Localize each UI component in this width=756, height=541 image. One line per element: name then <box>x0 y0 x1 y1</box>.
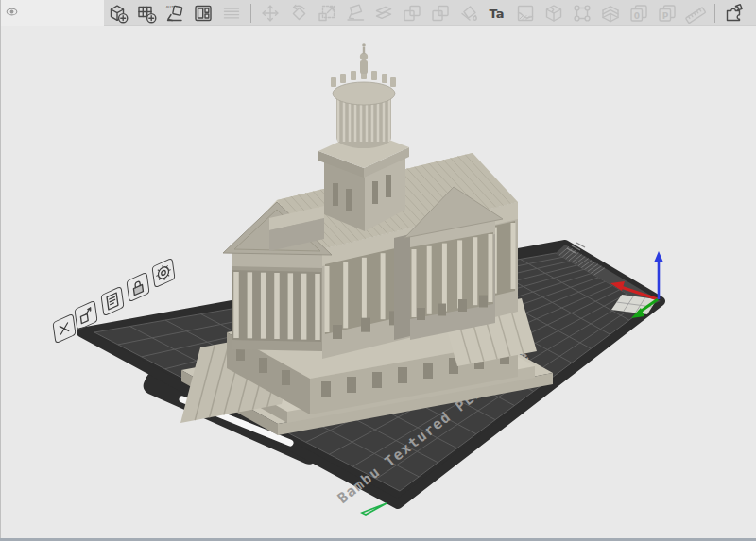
toolbar-text-button[interactable]: Ta <box>485 1 509 25</box>
toolbar-color-painting-button <box>456 1 481 25</box>
green-origin-marker <box>362 503 387 515</box>
toolbar-move-button <box>258 1 283 25</box>
split-to-parts-icon <box>429 2 452 25</box>
text-icon: Ta <box>486 2 508 25</box>
stack-0-icon: 0 <box>627 2 650 25</box>
toolbar-stack-p-button: P <box>655 1 679 25</box>
toolbar-arrange-button[interactable] <box>191 1 215 25</box>
color-painting-icon <box>457 2 480 25</box>
axis-z-arrowhead <box>654 251 663 262</box>
assembly-view-icon <box>723 2 746 25</box>
model-cupola-crown <box>333 82 395 105</box>
toolbar-auto-orient-button[interactable]: AUTO <box>163 1 187 25</box>
toolbar-scale-button <box>315 1 339 25</box>
toolbar-split-to-objects-button <box>400 1 424 25</box>
scale-icon <box>316 2 338 25</box>
support-painting-icon <box>514 2 537 25</box>
move-icon <box>259 2 282 25</box>
window-left-edge <box>0 0 1 541</box>
arrange-icon <box>192 2 215 25</box>
fix-model-icon <box>571 2 593 25</box>
svg-text:0: 0 <box>634 10 640 20</box>
top-toolbar: AUTOTa0P <box>0 0 756 26</box>
toolbar-place-on-face-button <box>343 1 368 25</box>
model-finial-ball <box>360 53 368 60</box>
toolbar-variable-layer-height-button <box>598 1 623 25</box>
toolbar-separator <box>714 4 715 23</box>
variable-layer-height-icon <box>599 2 622 25</box>
toolbar-support-painting-button <box>513 1 538 25</box>
toolbar-add-plate-button[interactable] <box>134 1 159 25</box>
add-plate-icon <box>135 2 158 25</box>
model-finial-tip <box>362 43 366 47</box>
scene-canvas: Bambu Textured PEI Plate <box>0 0 756 541</box>
toolbar-assembly-view-button[interactable] <box>722 1 747 25</box>
place-on-face-icon <box>344 2 367 25</box>
toolbar-stack-0-button: 0 <box>627 1 651 25</box>
toolbar-measure-button <box>683 1 708 25</box>
eye-icon[interactable] <box>6 4 18 21</box>
capitol-model[interactable] <box>180 43 553 435</box>
toolbar-split-model-button <box>219 1 244 25</box>
model-finial-stem <box>363 47 365 54</box>
toolbar-split-to-parts-button <box>428 1 453 25</box>
svg-text:AUTO: AUTO <box>166 5 178 9</box>
viewport-3d[interactable]: Bambu Textured PEI Plate <box>0 0 756 541</box>
add-icon <box>107 2 129 25</box>
toolbar-separator <box>250 4 251 23</box>
model-portico-se-side <box>394 234 410 340</box>
model-columns-sw <box>236 272 318 340</box>
mesh-boolean-icon <box>542 2 565 25</box>
main-toolbar: AUTOTa0P <box>104 0 756 26</box>
split-model-icon <box>220 2 243 25</box>
toolbar-mesh-boolean-button <box>541 1 566 25</box>
rotate-icon <box>287 2 310 25</box>
measure-icon <box>684 2 707 25</box>
auto-orient-icon: AUTO <box>163 2 186 25</box>
toolbar-rotate-button <box>286 1 311 25</box>
model-finial-base <box>360 60 368 74</box>
svg-text:Ta: Ta <box>490 7 505 21</box>
toolbar-add-button[interactable] <box>106 1 130 25</box>
split-to-objects-icon <box>401 2 423 25</box>
toolbar-cut-button <box>371 1 396 25</box>
topbar-left-area <box>0 0 104 26</box>
svg-text:P: P <box>662 10 669 20</box>
cut-icon <box>372 2 395 25</box>
toolbar-fix-model-button <box>570 1 594 25</box>
stack-p-icon: P <box>656 2 679 25</box>
